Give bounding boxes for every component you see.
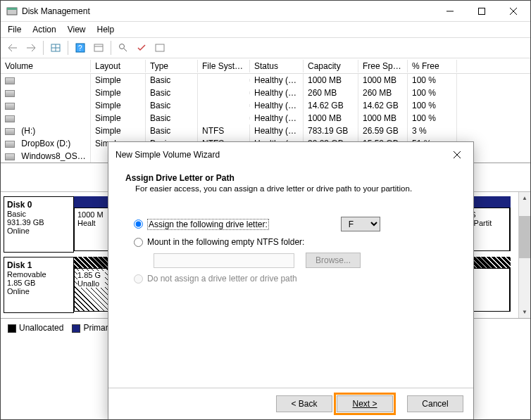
volume-icon <box>5 77 15 84</box>
dialog-title: New Simple Volume Wizard <box>115 150 446 160</box>
volume-row[interactable]: SimpleBasicHealthy (R...1000 MB1000 MB10… <box>1 74 530 87</box>
volume-row[interactable]: SimpleBasicHealthy (E...260 MB260 MB100 … <box>1 87 530 99</box>
svg-rect-11 <box>94 44 103 51</box>
detail-icon[interactable] <box>91 40 106 56</box>
col-status[interactable]: Status <box>250 60 304 72</box>
wizard-dialog: New Simple Volume Wizard Assign Drive Le… <box>108 141 474 420</box>
col-type[interactable]: Type <box>146 60 198 72</box>
volume-row[interactable]: (H:)SimpleBasicNTFSHealthy (P...783.19 G… <box>1 125 530 137</box>
help-icon[interactable]: ? <box>73 40 88 56</box>
menu-view[interactable]: View <box>68 25 86 34</box>
volume-icon <box>5 141 15 148</box>
svg-rect-3 <box>478 8 485 14</box>
volume-icon <box>5 153 15 160</box>
col-free[interactable]: Free Spa... <box>358 60 408 72</box>
close-icon[interactable] <box>446 146 468 163</box>
titlebar: Disk Management <box>1 1 530 22</box>
grid-icon[interactable] <box>48 40 63 56</box>
check-icon[interactable] <box>134 40 149 56</box>
legend-swatch-primary <box>72 324 80 333</box>
svg-rect-15 <box>156 44 164 51</box>
label-no-assign: Do not assign a drive letter or drive pa… <box>147 274 297 284</box>
menu-help[interactable]: Help <box>97 25 115 34</box>
back-icon[interactable] <box>5 40 20 56</box>
maximize-button[interactable] <box>466 1 497 21</box>
list-icon[interactable] <box>152 40 168 56</box>
scrollbar[interactable]: ▲ ▼ <box>518 192 530 318</box>
dialog-subtext: For easier access, you can assign a driv… <box>125 183 456 193</box>
folder-path-input <box>154 253 294 268</box>
cancel-button[interactable]: Cancel <box>407 395 463 412</box>
volume-icon <box>5 128 15 135</box>
forward-icon[interactable] <box>23 40 39 56</box>
scroll-thumb[interactable] <box>519 216 530 258</box>
radio-no-assign <box>134 274 143 284</box>
col-layout[interactable]: Layout <box>91 60 146 72</box>
svg-point-13 <box>120 44 125 49</box>
window-title: Disk Management <box>22 6 434 16</box>
close-button[interactable] <box>497 1 529 21</box>
label-assign-letter[interactable]: Assign the following drive letter: <box>147 219 269 230</box>
app-icon <box>6 6 18 17</box>
disk-label: Disk 0 Basic 931.39 GB Online <box>4 196 74 253</box>
svg-text:?: ? <box>78 44 82 52</box>
col-fs[interactable]: File System <box>198 60 250 72</box>
col-pct[interactable]: % Free <box>408 60 457 72</box>
menubar: File Action View Help <box>1 22 530 37</box>
col-capacity[interactable]: Capacity <box>304 60 358 72</box>
toolbar: ? <box>1 37 530 58</box>
svg-rect-1 <box>7 8 17 10</box>
back-button[interactable]: < Back <box>276 395 332 412</box>
radio-assign-letter[interactable] <box>134 219 143 229</box>
legend-swatch-unallocated <box>8 324 16 333</box>
volume-row[interactable]: SimpleBasicHealthy (R...1000 MB1000 MB10… <box>1 112 530 125</box>
partition[interactable]: 1.85 GUnallo <box>75 269 108 311</box>
menu-action[interactable]: Action <box>32 25 56 34</box>
svg-line-14 <box>124 49 127 51</box>
minimize-button[interactable] <box>434 1 466 21</box>
browse-button: Browse... <box>306 253 361 268</box>
scroll-up-icon[interactable]: ▲ <box>519 192 530 204</box>
volume-icon <box>5 115 15 122</box>
radio-mount-folder[interactable] <box>134 238 143 247</box>
volume-row[interactable]: SimpleBasicHealthy (R...14.62 GB14.62 GB… <box>1 99 530 112</box>
volume-header: Volume Layout Type File System Status Ca… <box>1 58 530 74</box>
volume-icon <box>5 90 15 97</box>
label-mount-folder[interactable]: Mount in the following empty NTFS folder… <box>147 237 304 247</box>
scroll-down-icon[interactable]: ▼ <box>519 306 530 318</box>
dialog-footer: < Back Next > Cancel <box>108 388 473 419</box>
partition[interactable]: 1000 MHealt <box>75 208 108 250</box>
menu-file[interactable]: File <box>8 25 21 34</box>
dialog-header: Assign Drive Letter or Path For easier a… <box>108 167 473 203</box>
search-icon[interactable] <box>115 40 131 56</box>
dialog-heading: Assign Drive Letter or Path <box>125 173 235 183</box>
volume-icon <box>5 103 15 110</box>
drive-letter-select[interactable]: F <box>341 217 380 231</box>
next-button[interactable]: Next > <box>337 395 393 412</box>
col-volume[interactable]: Volume <box>1 60 91 72</box>
disk-label: Disk 1 Removable 1.85 GB Online <box>4 257 74 313</box>
